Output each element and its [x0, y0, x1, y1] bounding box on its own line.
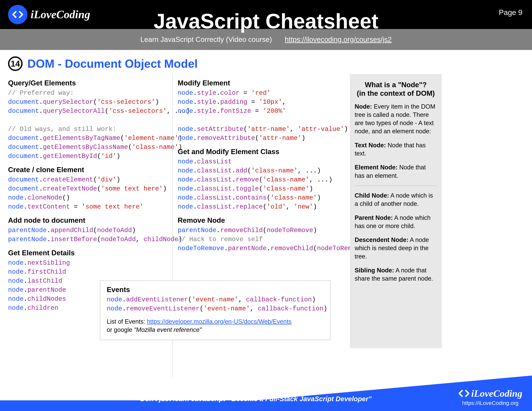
footer-brand: iLoveCoding	[471, 388, 522, 399]
code-remove: parentNode.removeChild(nodeToRemove) // …	[178, 226, 343, 253]
def-descendent-node: Descendent Node: A node which is nested …	[355, 236, 437, 261]
heading-create: Create / clone Element	[8, 166, 168, 174]
heading-class: Get and Modify Element Class	[178, 148, 343, 156]
section-header: 14 DOM - Document Object Model	[8, 56, 532, 71]
heading-add: Add node to document	[8, 216, 168, 224]
course-name: Learn JavaScript Correctly (Video course…	[140, 36, 272, 44]
footer-content: "Don't just learn JavaScript - Become a …	[0, 387, 532, 411]
def-sibling-node: Sibling Node: A node that share the same…	[355, 266, 437, 283]
footer-logo-icon	[458, 388, 470, 399]
heading-remove: Remove Node	[178, 216, 343, 224]
footer-logo: iLoveCoding https://iLoveCoding.org	[458, 388, 522, 406]
events-box: Events node.addEventListener('event-name…	[100, 280, 331, 340]
code-query: // Preferred way: document.querySelector…	[8, 89, 168, 161]
heading-details: Get Element Details	[8, 249, 168, 257]
def-child-node: Child Node: A node which is a child of a…	[355, 191, 437, 208]
events-list-line: List of Events: https://developer.mozill…	[107, 318, 324, 325]
def-element-node: Element Node: Node that has an element.	[355, 163, 437, 180]
section-number: 14	[8, 56, 23, 71]
page-number: Page 9	[499, 8, 522, 17]
code-modify: node.style.color = 'red' node.style.padd…	[178, 89, 343, 143]
heading-modify: Modify Element	[178, 79, 343, 87]
section-title: DOM - Document Object Model	[28, 57, 198, 70]
code-class: node.classList node.classList.add('class…	[178, 157, 343, 211]
def-node: Node: Every item in the DOM tree is call…	[355, 103, 437, 136]
sidebar-node-info: What is a "Node"?(in the context of DOM)…	[350, 74, 442, 348]
brand-name: iLoveCoding	[31, 8, 90, 21]
logo-icon	[8, 5, 28, 24]
sidebar-title: What is a "Node"?(in the context of DOM)	[355, 81, 437, 98]
events-mdn-link[interactable]: https://developer.mozilla.org/en-US/docs…	[147, 318, 292, 325]
arrow-icon	[300, 369, 361, 387]
divider	[355, 186, 437, 186]
page-title: JavaScript Cheatsheet	[154, 9, 379, 33]
def-text-node: Text Node: Node that has text.	[355, 141, 437, 158]
events-google-line: or google "Mozilla event reference"	[107, 326, 324, 333]
course-link[interactable]: https://ilovecoding.org/courses/js2	[285, 36, 392, 44]
heading-events: Events	[107, 286, 324, 294]
code-add: parentNode.appendChild(nodeToAdd) parent…	[8, 226, 168, 244]
footer-tagline: "Don't just learn JavaScript - Become a …	[137, 395, 371, 403]
def-parent-node: Parent Node: A node which has one or mor…	[355, 214, 437, 230]
header-bar: iLoveCoding JavaScript Cheatsheet Page 9	[0, 0, 532, 29]
code-create: document.createElement('div') document.c…	[8, 175, 168, 211]
footer-url[interactable]: https://iLoveCoding.org	[462, 400, 519, 406]
code-events: node.addEventListener('event-name', call…	[107, 295, 324, 313]
brand-logo: iLoveCoding	[8, 5, 90, 24]
content-area: Query/Get Elements // Preferred way: doc…	[0, 74, 532, 377]
heading-query: Query/Get Elements	[8, 79, 168, 87]
